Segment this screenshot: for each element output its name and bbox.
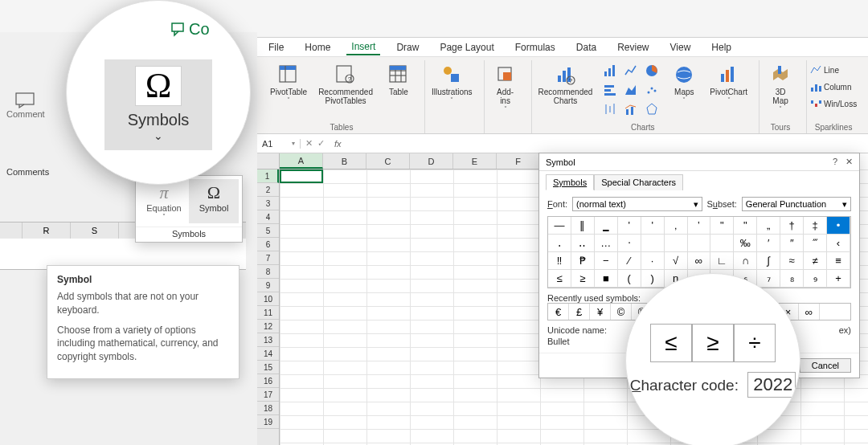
equation-option[interactable]: π Equation ˅ bbox=[139, 179, 189, 223]
char-code-input[interactable]: 2022 bbox=[747, 372, 796, 398]
symbol-cell[interactable]: ‥ bbox=[571, 235, 595, 252]
col-header-D[interactable]: D bbox=[410, 153, 453, 169]
maps-button[interactable]: Maps˅ bbox=[666, 62, 702, 105]
symbol-cell[interactable]: ∙ bbox=[641, 252, 665, 270]
col-header-A[interactable]: A bbox=[280, 153, 323, 169]
row-header-5[interactable]: 5 bbox=[257, 224, 279, 238]
symbol-cell[interactable] bbox=[688, 235, 711, 252]
row-header-1[interactable]: 1 bbox=[257, 169, 279, 183]
scatter-chart-icon[interactable] bbox=[642, 81, 661, 99]
col-header-C[interactable]: C bbox=[366, 153, 410, 169]
row-header-19[interactable]: 19 bbox=[257, 415, 279, 429]
illustrations-button[interactable]: Illustrations˅ bbox=[428, 62, 476, 105]
symbol-cell[interactable]: • bbox=[827, 217, 850, 235]
tab-home[interactable]: Home bbox=[300, 40, 335, 55]
symbol-cell[interactable]: — bbox=[548, 217, 571, 235]
sparkline-winloss-button[interactable]: Win/Loss bbox=[810, 96, 857, 112]
fx-icon[interactable]: fx bbox=[330, 139, 346, 149]
symbol-cell[interactable] bbox=[710, 235, 734, 252]
sparkline-column-button[interactable]: Column bbox=[810, 79, 857, 95]
symbol-option[interactable]: Ω Symbol bbox=[189, 179, 239, 223]
symbol-cell[interactable]: ) bbox=[641, 270, 665, 288]
tab-review[interactable]: Review bbox=[612, 40, 653, 55]
symbol-cell[interactable] bbox=[641, 235, 665, 252]
help-icon[interactable]: ? bbox=[833, 157, 837, 167]
symbol-cell[interactable]: ≡ bbox=[827, 252, 850, 270]
symbol-cell[interactable]: ≥ bbox=[571, 270, 595, 288]
symbol-cell[interactable]: ■ bbox=[595, 270, 618, 288]
symbol-cell[interactable]: ‴ bbox=[804, 235, 827, 252]
symbol-cell[interactable]: ‗ bbox=[595, 217, 618, 235]
symbol-cell[interactable]: ₈ bbox=[780, 270, 804, 288]
symbol-cell[interactable]: ∩ bbox=[734, 252, 757, 270]
font-select[interactable]: (normal text)▾ bbox=[572, 197, 702, 211]
symbol-cell[interactable]: ₱ bbox=[571, 252, 595, 270]
symbol-cell[interactable]: † bbox=[780, 217, 804, 235]
row-header-18[interactable]: 18 bbox=[257, 402, 279, 415]
symbol-cell[interactable]: ≈ bbox=[780, 252, 804, 270]
row-header-2[interactable]: 2 bbox=[257, 183, 279, 197]
symbol-cell[interactable]: ' bbox=[641, 217, 665, 235]
bar-chart-icon[interactable] bbox=[600, 62, 620, 80]
tab-draw[interactable]: Draw bbox=[391, 40, 424, 55]
row-header-4[interactable]: 4 bbox=[257, 210, 279, 224]
symbol-divide[interactable]: ÷ bbox=[734, 324, 776, 362]
row-header-14[interactable]: 14 bbox=[257, 347, 279, 361]
pivotchart-button[interactable]: PivotChart˅ bbox=[706, 62, 751, 105]
symbol-cell[interactable]: ‰ bbox=[734, 235, 757, 252]
tab-formulas[interactable]: Formulas bbox=[510, 40, 560, 55]
symbol-cell[interactable]: ∕ bbox=[618, 252, 641, 270]
pie-chart-icon[interactable] bbox=[642, 62, 661, 80]
symbol-cell[interactable]: ′ bbox=[757, 235, 780, 252]
row-header-10[interactable]: 10 bbox=[257, 292, 279, 306]
recent-symbol[interactable]: ∞ bbox=[799, 304, 820, 320]
symbol-cell[interactable]: ∫ bbox=[757, 252, 780, 270]
row-header-13[interactable]: 13 bbox=[257, 333, 279, 347]
tab-page-layout[interactable]: Page Layout bbox=[435, 40, 498, 55]
3d-map-button[interactable]: 3D Map˅ bbox=[763, 62, 798, 114]
line-chart-icon[interactable] bbox=[621, 62, 641, 80]
symbol-cell[interactable]: ‖ bbox=[571, 217, 595, 235]
enter-formula-icon[interactable]: ✓ bbox=[317, 138, 325, 149]
selected-cell[interactable] bbox=[280, 169, 323, 183]
symbol-cell[interactable]: „ bbox=[757, 217, 780, 235]
symbol-cell[interactable]: ‹ bbox=[827, 235, 850, 252]
symbol-cell[interactable]: ‧ bbox=[618, 235, 641, 252]
tab-file[interactable]: File bbox=[264, 40, 289, 55]
comment-button[interactable]: Comment bbox=[6, 92, 45, 119]
symbols-ribbon-button[interactable]: Ω Symbols ⌄ bbox=[104, 59, 212, 150]
col-header-B[interactable]: B bbox=[323, 153, 366, 169]
tab-data[interactable]: Data bbox=[571, 40, 601, 55]
symbol-cell[interactable]: ( bbox=[618, 270, 641, 288]
symbol-cell[interactable]: ≠ bbox=[804, 252, 827, 270]
symbol-cell[interactable]: ․ bbox=[548, 235, 571, 252]
cancel-formula-icon[interactable]: ✕ bbox=[305, 138, 313, 149]
row-header-7[interactable]: 7 bbox=[257, 251, 279, 265]
recent-symbol[interactable]: £ bbox=[569, 304, 590, 320]
combo-chart-icon[interactable] bbox=[621, 100, 641, 118]
symbol-gte[interactable]: ≥ bbox=[692, 324, 734, 362]
symbol-cell[interactable]: ‡ bbox=[804, 217, 827, 235]
tab-symbols[interactable]: Symbols bbox=[546, 174, 594, 190]
symbol-cell[interactable]: " bbox=[734, 217, 757, 235]
row-header-17[interactable]: 17 bbox=[257, 388, 279, 402]
symbol-cell[interactable]: − bbox=[595, 252, 618, 270]
symbol-cell[interactable]: ‚ bbox=[665, 217, 688, 235]
col-header-E[interactable]: E bbox=[453, 153, 497, 169]
subset-select[interactable]: General Punctuation▾ bbox=[742, 197, 851, 211]
symbol-cell[interactable]: ≤ bbox=[548, 270, 571, 288]
row-header-15[interactable]: 15 bbox=[257, 361, 279, 374]
symbol-cell[interactable]: √ bbox=[665, 252, 688, 270]
symbol-lte[interactable]: ≤ bbox=[650, 324, 692, 362]
symbol-cell[interactable]: ₇ bbox=[757, 270, 780, 288]
area-chart-icon[interactable] bbox=[621, 81, 641, 99]
tab-insert[interactable]: Insert bbox=[346, 39, 380, 55]
symbol-cell[interactable]: + bbox=[827, 270, 850, 288]
row-header-11[interactable]: 11 bbox=[257, 306, 279, 320]
col-header-F[interactable]: F bbox=[497, 153, 540, 169]
recommended-charts-button[interactable]: ? Recommended Charts bbox=[535, 62, 596, 107]
symbol-cell[interactable]: ″ bbox=[780, 235, 804, 252]
sparkline-line-button[interactable]: Line bbox=[810, 62, 857, 78]
recommended-pivottables-button[interactable]: ? Recommended PivotTables bbox=[315, 62, 376, 107]
symbol-cell[interactable]: ' bbox=[618, 217, 641, 235]
